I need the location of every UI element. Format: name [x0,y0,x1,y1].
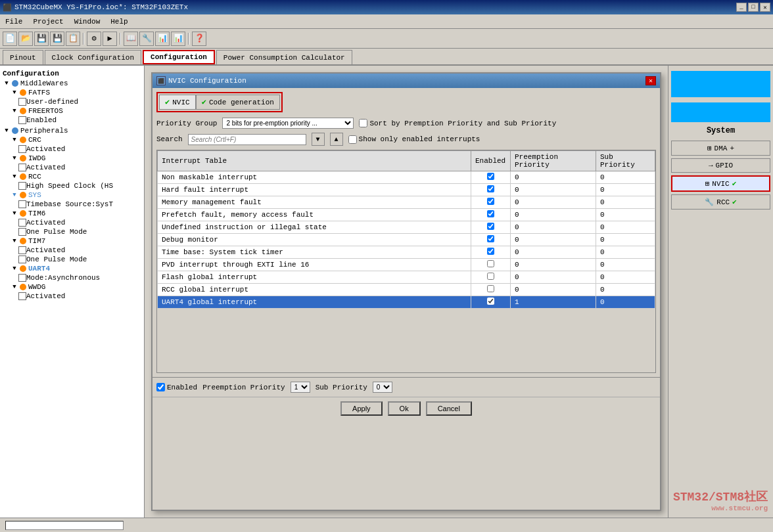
interrupt-enabled-checkbox[interactable] [487,185,494,192]
tab-configuration[interactable]: Configuration [143,50,215,64]
interrupt-enabled-checkbox[interactable] [487,235,494,242]
interrupt-enabled-checkbox[interactable] [487,210,494,217]
system-rcc-button[interactable]: 🔧 RCC ✔ [671,194,770,210]
sidebar-tim7-opm[interactable]: One Pulse Mode [0,255,144,264]
apply-button[interactable]: Apply [340,401,383,416]
toolbar-new[interactable]: 📄 [3,32,17,46]
nav-up-button[interactable]: ▲ [330,133,343,146]
interrupt-enabled[interactable] [471,271,511,284]
interrupt-enabled[interactable] [471,221,511,234]
toolbar-help[interactable]: ❓ [192,32,206,46]
dialog-tab-codegen[interactable]: ✔ Code generation [196,95,280,110]
minimize-button[interactable]: _ [736,3,747,12]
dialog-close-button[interactable]: ✕ [645,76,656,85]
interrupt-row[interactable]: Memory management fault00 [158,196,655,209]
interrupt-enabled-checkbox[interactable] [487,273,494,280]
sidebar-wwdg-activated[interactable]: Activated [0,292,144,301]
interrupt-row[interactable]: RCC global interrupt00 [158,284,655,296]
toolbar-save[interactable]: 💾 [34,32,49,46]
sidebar-fatfs-user[interactable]: User-defined [0,97,144,106]
sidebar-wwdg[interactable]: ▼ WWDG [0,282,144,292]
interrupt-enabled-checkbox[interactable] [487,223,494,230]
sidebar-freertos-enabled[interactable]: Enabled [0,116,144,125]
interrupt-enabled[interactable] [471,296,511,309]
interrupt-enabled-checkbox[interactable] [487,298,494,305]
priority-group-select[interactable]: 2 bits for pre-emption priority ... [222,118,354,129]
sidebar-middlewares[interactable]: ▼ MiddleWares [0,79,144,88]
sidebar-tim7[interactable]: ▼ TIM7 [0,236,144,246]
interrupt-enabled[interactable] [471,196,511,209]
toolbar-more3[interactable]: 📊 [171,32,185,46]
interrupt-row[interactable]: Prefetch fault, memory access fault00 [158,209,655,221]
interrupt-enabled[interactable] [471,234,511,246]
sidebar-crc-activated[interactable]: Activated [0,144,144,154]
toolbar-open[interactable]: 📂 [18,32,33,46]
interrupt-enabled[interactable] [471,246,511,259]
toolbar-more2[interactable]: 📊 [155,32,170,46]
sidebar-fatfs[interactable]: ▼ FATFS [0,88,144,97]
sidebar-tim6-opm[interactable]: One Pulse Mode [0,227,144,236]
sidebar-tim7-activated[interactable]: Activated [0,246,144,255]
toolbar-export[interactable]: 📋 [66,32,80,46]
interrupt-enabled-checkbox[interactable] [487,285,494,292]
menu-file[interactable]: File [3,17,25,26]
interrupt-enabled-checkbox[interactable] [487,198,494,205]
show-enabled-checkbox[interactable] [348,135,357,144]
search-input[interactable] [188,134,306,145]
system-dma-button[interactable]: ⊞ DMA + [671,141,770,156]
interrupt-enabled[interactable] [471,171,511,184]
interrupt-row[interactable]: Non maskable interrupt00 [158,171,655,184]
sort-checkbox[interactable] [359,119,367,127]
sidebar-freertos[interactable]: ▼ FREERTOS [0,106,144,116]
interrupt-enabled-checkbox[interactable] [487,260,494,267]
sidebar-sys-timebase[interactable]: Timebase Source:SysT [0,200,144,209]
bottom-sub-select[interactable]: 0 [373,382,392,393]
toolbar-run[interactable]: ▶ [103,32,117,46]
interrupt-enabled[interactable] [471,209,511,221]
horizontal-scrollbar[interactable] [5,521,124,530]
dialog-tab-nvic[interactable]: ✔ NVIC [159,95,196,110]
sidebar-iwdg[interactable]: ▼ IWDG [0,154,144,163]
interrupt-row[interactable]: Time base: System tick timer00 [158,246,655,259]
bottom-enabled-checkbox[interactable] [156,383,165,391]
interrupt-row[interactable]: UART4 global interrupt10 [158,296,655,309]
tab-power-calculator[interactable]: Power Consumption Calculator [216,50,352,64]
sidebar-tim6[interactable]: ▼ TIM6 [0,209,144,218]
nav-down-button[interactable]: ▼ [312,133,325,146]
ok-button[interactable]: Ok [388,401,421,416]
close-button[interactable]: ✕ [760,3,770,12]
interrupt-row[interactable]: Debug monitor00 [158,234,655,246]
interrupt-row[interactable]: Undefined instruction or illegal state00 [158,221,655,234]
system-nvic-button[interactable]: ⊞ NVIC ✔ [671,175,770,192]
interrupt-row[interactable]: Hard fault interrupt00 [158,184,655,196]
interrupt-enabled-checkbox[interactable] [487,173,494,180]
maximize-button[interactable]: □ [748,3,759,12]
tab-pinout[interactable]: Pinout [3,50,43,64]
sidebar-uart4[interactable]: ▼ UART4 [0,264,144,273]
sidebar-iwdg-activated[interactable]: Activated [0,163,144,172]
sidebar-peripherals[interactable]: ▼ Peripherals [0,126,144,135]
interrupt-enabled[interactable] [471,184,511,196]
toolbar-docs[interactable]: 📖 [124,32,138,46]
tab-clock-configuration[interactable]: Clock Configuration [45,50,141,64]
sidebar-uart4-mode[interactable]: Mode:Asynchronous [0,273,144,282]
menu-window[interactable]: Window [72,17,103,26]
interrupt-row[interactable]: PVD interrupt through EXTI line 1600 [158,259,655,271]
system-gpio-button[interactable]: → GPIO [671,158,770,173]
toolbar-settings[interactable]: ⚙ [87,32,101,46]
sidebar-crc[interactable]: ▼ CRC [0,135,144,144]
sidebar-rcc[interactable]: ▼ RCC [0,172,144,181]
menu-help[interactable]: Help [108,17,130,26]
bottom-preemption-select[interactable]: 1 [291,382,310,393]
interrupt-enabled-checkbox[interactable] [487,248,494,255]
menu-project[interactable]: Project [30,17,66,26]
interrupt-row[interactable]: Flash global interrupt00 [158,271,655,284]
cancel-button[interactable]: Cancel [426,401,472,416]
toolbar-more1[interactable]: 🔧 [139,32,154,46]
interrupt-enabled[interactable] [471,284,511,296]
sidebar-sys[interactable]: ▼ SYS [0,190,144,200]
toolbar-save-as[interactable]: 💾 [50,32,64,46]
sidebar-tim6-activated[interactable]: Activated [0,218,144,227]
sidebar-rcc-hsc[interactable]: High Speed Clock (HS [0,181,144,190]
interrupt-enabled[interactable] [471,259,511,271]
